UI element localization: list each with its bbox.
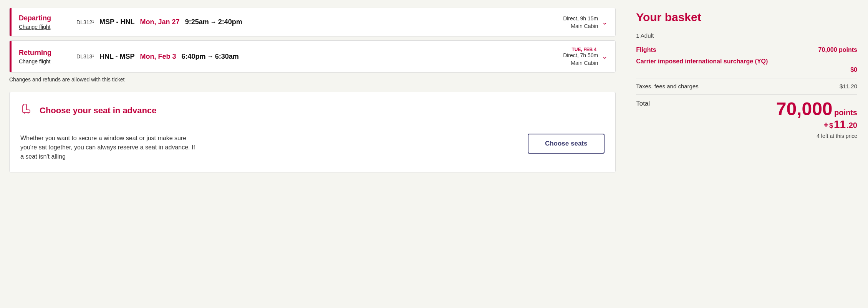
returning-cabin: Main Cabin	[571, 60, 598, 66]
returning-time: 6:40pm → 6:30am	[182, 53, 239, 61]
returning-flight-card: Returning Change flight DL313¹ HNL - MSP…	[9, 40, 616, 73]
basket-title: Your basket	[636, 11, 857, 24]
seat-divider	[20, 125, 605, 125]
basket-divider-1	[636, 78, 857, 78]
total-points-word: points	[834, 108, 857, 117]
total-points-line: 70,000 points	[776, 100, 857, 118]
returning-flight-right: TUE, FEB 4 Direct, 7h 50m Main Cabin	[537, 47, 598, 66]
returning-flight-left: Returning Change flight	[19, 49, 73, 65]
returning-flight-middle: DL313¹ HNL - MSP Mon, Feb 3 6:40pm → 6:3…	[73, 53, 537, 61]
returning-date-note: TUE, FEB 4	[572, 47, 597, 52]
departing-label: Departing	[19, 14, 73, 22]
departing-route: MSP - HNL	[99, 18, 135, 26]
departing-direct: Direct, 9h 15m	[563, 15, 598, 22]
taxes-link[interactable]: Taxes, fees and charges	[636, 83, 699, 89]
left-at-price: 4 left at this price	[776, 133, 857, 139]
arrow-icon: →	[210, 19, 217, 26]
total-points-number: 70,000	[776, 99, 833, 119]
seat-header: Choose your seat in advance	[20, 103, 605, 118]
total-label: Total	[636, 100, 650, 108]
returning-flight-number: DL313¹	[76, 53, 94, 60]
total-main: 11	[834, 118, 846, 131]
returning-date: Mon, Feb 3	[140, 53, 176, 61]
seat-description: Whether you want to secure a window seat…	[20, 134, 197, 161]
taxes-row: Taxes, fees and charges $11.20	[636, 83, 857, 89]
total-dollar-symbol: $	[829, 122, 833, 130]
departing-flight-right: Direct, 9h 15m Main Cabin	[537, 15, 598, 29]
flights-row: Flights 70,000 points	[636, 46, 857, 53]
total-cents: .20	[846, 121, 857, 130]
returning-chevron-icon[interactable]: ⌄	[602, 52, 608, 61]
total-amounts: 70,000 points + $ 11 .20 4 left at this …	[776, 100, 857, 139]
total-row: Total 70,000 points + $ 11 .20 4 left at…	[636, 100, 857, 139]
basket-adults: 1 Adult	[636, 32, 857, 39]
changes-notice[interactable]: Changes and refunds are allowed with thi…	[9, 76, 616, 83]
departing-change-flight[interactable]: Change flight	[19, 24, 73, 30]
total-plus: +	[823, 120, 828, 130]
returning-route: HNL - MSP	[99, 53, 135, 61]
surcharge-section: Carrier imposed international surcharge …	[636, 58, 857, 73]
departing-date: Mon, Jan 27	[140, 18, 180, 26]
surcharge-value: $0	[636, 66, 857, 73]
arrow-icon-2: →	[207, 53, 214, 60]
basket-divider-2	[636, 94, 857, 94]
departing-flight-middle: DL312¹ MSP - HNL Mon, Jan 27 9:25am → 2:…	[73, 18, 537, 26]
seat-icon	[20, 103, 33, 118]
choose-seats-button[interactable]: Choose seats	[528, 134, 605, 154]
departing-flight-card: Departing Change flight DL312¹ MSP - HNL…	[9, 8, 616, 36]
returning-direct: Direct, 7h 50m	[563, 52, 598, 58]
total-cash-line: + $ 11 .20	[776, 118, 857, 131]
taxes-value: $11.20	[840, 83, 857, 89]
departing-chevron-icon[interactable]: ⌄	[602, 18, 608, 26]
departing-time: 9:25am → 2:40pm	[185, 18, 242, 26]
surcharge-label: Carrier imposed international surcharge …	[636, 58, 857, 65]
returning-label: Returning	[19, 49, 73, 57]
seat-title: Choose your seat in advance	[40, 106, 156, 116]
returning-change-flight[interactable]: Change flight	[19, 58, 73, 65]
departing-flight-left: Departing Change flight	[19, 14, 73, 30]
seat-card: Choose your seat in advance Whether you …	[9, 92, 616, 172]
departing-cabin: Main Cabin	[571, 23, 598, 29]
flights-value: 70,000 points	[818, 46, 857, 53]
left-panel: Departing Change flight DL312¹ MSP - HNL…	[0, 0, 625, 308]
right-panel: Your basket 1 Adult Flights 70,000 point…	[625, 0, 868, 308]
departing-flight-number: DL312¹	[76, 19, 94, 25]
total-section: Total 70,000 points + $ 11 .20 4 left at…	[636, 100, 857, 139]
flights-label: Flights	[636, 46, 656, 53]
seat-body: Whether you want to secure a window seat…	[20, 134, 605, 172]
